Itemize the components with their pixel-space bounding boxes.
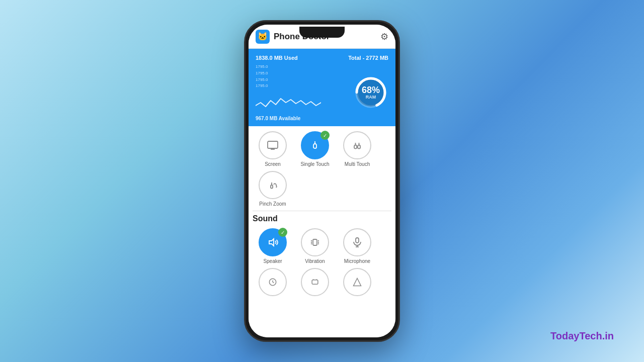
speaker-label: Speaker (263, 258, 282, 264)
screen-icon-circle (259, 131, 287, 159)
divider (253, 211, 391, 211)
gauge-percent: 68% (362, 85, 380, 95)
speaker-item[interactable]: ✓ Speaker (253, 228, 293, 264)
svg-marker-9 (269, 239, 274, 246)
pinch-zoom-icon-circle (259, 171, 287, 199)
watermark: TodayTech.in (550, 330, 614, 342)
svg-rect-2 (268, 141, 278, 148)
svg-rect-17 (356, 238, 359, 243)
phone-screen: 🐱 Phone Doctor ⚙ 1838.0 MB Used Total - … (249, 25, 395, 337)
ram-wave-chart (256, 92, 321, 112)
single-touch-check: ✓ (320, 131, 330, 140)
screen-item[interactable]: Screen (253, 131, 293, 167)
partial-circle-1 (259, 268, 287, 296)
phone-shell: 🐱 Phone Doctor ⚙ 1838.0 MB Used Total - … (244, 20, 400, 342)
partial-item-2 (295, 268, 335, 296)
y-label-1: 1795.0 (256, 64, 353, 70)
pinch-zoom-label: Pinch Zoom (259, 201, 286, 207)
ram-header: 1838.0 MB Used Total - 2772 MB (256, 55, 388, 61)
microphone-icon-circle (343, 228, 371, 256)
app-icon: 🐱 (256, 30, 270, 44)
microphone-item[interactable]: Microphone (337, 228, 377, 264)
speaker-check: ✓ (278, 228, 287, 237)
gauge-text: 68% RAM (362, 85, 380, 100)
ram-total-label: Total - 2772 MB (348, 55, 388, 61)
pinch-zoom-item[interactable]: Pinch Zoom (253, 171, 293, 207)
partial-circle-2 (301, 268, 329, 296)
multi-touch-item[interactable]: Multi Touch (337, 131, 377, 167)
partial-item-3 (337, 268, 377, 296)
partial-circle-3 (343, 268, 371, 296)
ram-available-label: 967.0 MB Available (256, 116, 353, 121)
partial-item-1 (253, 268, 293, 296)
single-touch-item[interactable]: ✓ Single Touch (295, 131, 335, 167)
scroll-area[interactable]: Screen ✓ Single Touch (249, 126, 395, 337)
ram-chart-area: 1795.0 1795.0 1795.0 1795.0 967.0 MB Ava… (256, 64, 353, 121)
svg-rect-10 (313, 239, 317, 245)
screen-label: Screen (265, 161, 281, 167)
microphone-label: Microphone (344, 258, 370, 264)
y-label-4: 1795.0 (256, 83, 353, 89)
y-label-3: 1795.0 (256, 77, 353, 83)
svg-rect-23 (312, 280, 318, 284)
phone-notch (299, 27, 345, 38)
touch-icon-grid: Screen ✓ Single Touch (253, 131, 391, 167)
sound-icon-grid: ✓ Speaker (253, 228, 391, 264)
speaker-icon-circle: ✓ (259, 228, 287, 256)
ram-used-label: 1838.0 MB Used (256, 55, 298, 61)
vibration-item[interactable]: Vibration (295, 228, 335, 264)
vibration-icon-circle (301, 228, 329, 256)
ram-card: 1838.0 MB Used Total - 2772 MB 1795.0 17… (249, 49, 395, 126)
single-touch-label: Single Touch (300, 161, 329, 167)
bottom-partial-row (253, 268, 391, 298)
ram-gauge: 68% RAM (353, 75, 388, 110)
gauge-label: RAM (362, 95, 380, 100)
multi-touch-label: Multi Touch (345, 161, 370, 167)
sound-section-title: Sound (253, 214, 391, 223)
single-touch-icon-circle: ✓ (301, 131, 329, 159)
settings-icon[interactable]: ⚙ (380, 31, 388, 42)
ram-y-labels: 1795.0 1795.0 1795.0 1795.0 (256, 64, 353, 89)
svg-line-22 (273, 282, 274, 283)
multi-touch-icon-circle (343, 131, 371, 159)
ram-body: 1795.0 1795.0 1795.0 1795.0 967.0 MB Ava… (256, 64, 388, 121)
vibration-label: Vibration (305, 258, 325, 264)
y-label-2: 1795.0 (256, 70, 353, 77)
pinch-zoom-grid: Pinch Zoom (253, 171, 391, 207)
